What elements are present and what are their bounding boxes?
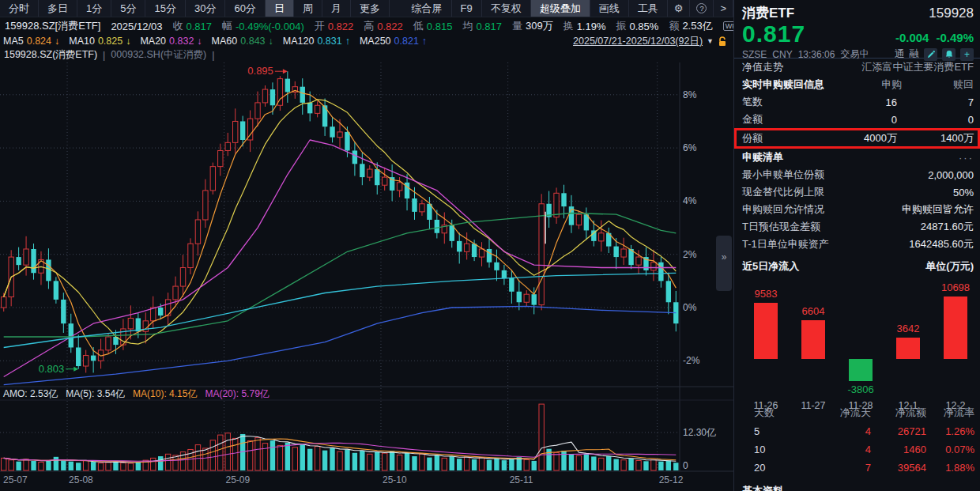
flow-bar bbox=[944, 296, 967, 359]
alert-bell-icon[interactable] bbox=[942, 48, 956, 61]
tab-多日[interactable]: 多日 bbox=[39, 0, 77, 17]
quote-value: 159928.SZ[消费ETF] bbox=[5, 19, 100, 33]
date-range-label[interactable]: 2025/07/21-2025/12/03(92日) bbox=[573, 35, 703, 48]
legend-primary-symbol[interactable]: 159928.SZ(消费ETF) bbox=[4, 48, 97, 62]
quote-振: 振0.85% bbox=[616, 19, 659, 33]
quote-value: -0.49%(-0.004) bbox=[236, 21, 304, 32]
tab-60分[interactable]: 60分 bbox=[225, 0, 265, 17]
flow-table-cell: 20 bbox=[734, 462, 801, 474]
flow-table-cell: 7 bbox=[801, 462, 871, 474]
ma-label: MA10 bbox=[69, 36, 95, 47]
tab-5分[interactable]: 5分 bbox=[111, 0, 145, 17]
row-label: 笔数 bbox=[742, 95, 814, 109]
chevron-right-icon[interactable]: > bbox=[714, 0, 733, 17]
candlestick-chart[interactable]: 8%6%4%2%0%-2%12.30亿00.8950.803 AMO: 2.53… bbox=[0, 62, 735, 491]
x-axis-month-label: 25-07 bbox=[3, 474, 28, 485]
list-row-0: 最小申赎单位份额2,000,000 bbox=[734, 166, 980, 183]
unlock-icon[interactable] bbox=[718, 36, 727, 47]
add-to-watchlist-icon[interactable]: + bbox=[960, 48, 974, 61]
flow-table-header: 天数净流天净流额净流率 bbox=[734, 403, 980, 422]
trading-terminal: 分时多日1分5分15分30分60分日周月更多 综合屏F9不复权超级叠加画线工具⚙… bbox=[0, 0, 980, 491]
chart-legend: 159928.SZ(消费ETF) | 000932.SH(中证消费) | bbox=[0, 48, 733, 62]
flow-table-cell: 10 bbox=[734, 444, 801, 455]
volume-indicator-header: AMO: 2.53亿 MA(5): 3.54亿 MA(10): 4.15亿 MA… bbox=[3, 387, 270, 401]
quote-低: 低0.815 bbox=[413, 19, 453, 33]
subscribe-redeem-list-header[interactable]: 申赎清单 ··· bbox=[734, 149, 980, 166]
tag-rong: 融 bbox=[910, 47, 920, 61]
menu-工具[interactable]: 工具 bbox=[629, 0, 668, 17]
tab-日[interactable]: 日 bbox=[266, 0, 294, 17]
flow-table-cell: 26721 bbox=[871, 425, 926, 437]
quote-label: 量 bbox=[512, 19, 522, 33]
row-value: 24871.60元 bbox=[921, 220, 974, 234]
top-toolbar: 分时多日1分5分15分30分60分日周月更多 综合屏F9不复权超级叠加画线工具⚙… bbox=[0, 0, 733, 17]
row-value: 1642485.60元 bbox=[909, 237, 974, 251]
net-inflow-table: 天数净流天净流额净流率54267211.26%10414600.07%20739… bbox=[734, 403, 980, 477]
tab-30分[interactable]: 30分 bbox=[186, 0, 225, 17]
edit-pencil-icon[interactable] bbox=[924, 48, 937, 61]
gear-icon[interactable]: ⚙ bbox=[668, 0, 691, 17]
exchange-label: SZSE bbox=[742, 49, 767, 60]
row-label: 申购赎回允许情况 bbox=[742, 202, 902, 217]
date-range-selector[interactable]: 2025/07/21-2025/12/03(92日) ▼ bbox=[573, 35, 733, 48]
nav-trend-label[interactable]: 净值走势 bbox=[742, 60, 861, 74]
quote-label: 开 bbox=[315, 19, 325, 33]
chevron-down-icon[interactable]: ▼ bbox=[707, 37, 714, 45]
ma-direction-arrow: ↓ bbox=[55, 36, 59, 47]
ma-label: MA60 bbox=[212, 36, 238, 47]
y-axis-tick: 0% bbox=[683, 302, 697, 313]
chart-canvas[interactable]: 8%6%4%2%0%-2%12.30亿00.8950.803 bbox=[0, 62, 735, 491]
quote-label: 高 bbox=[364, 19, 374, 33]
next-section-title-clipped[interactable]: 基本资料 bbox=[742, 484, 783, 491]
subscribe-value: 0 bbox=[814, 114, 897, 126]
net-inflow-bar-chart: 958311-26660411-27-380611-28364212-11069… bbox=[734, 275, 980, 414]
legend-overlay-symbol[interactable]: 000932.SH(中证消费) bbox=[111, 48, 206, 62]
list-row-1: 现金替代比例上限50% bbox=[734, 183, 980, 201]
tab-1分[interactable]: 1分 bbox=[77, 0, 111, 17]
flow-table-cell: 39564 bbox=[871, 462, 926, 474]
menu-画线[interactable]: 画线 bbox=[590, 0, 629, 17]
flow-table-row: 54267211.26% bbox=[734, 422, 980, 440]
flow-table-col-header: 净流天 bbox=[801, 406, 871, 420]
quote-label: 低 bbox=[413, 19, 424, 33]
double-chevron-right-icon[interactable]: » bbox=[722, 251, 727, 262]
row-label: 现金替代比例上限 bbox=[742, 185, 953, 199]
y-axis-tick: 6% bbox=[683, 142, 697, 153]
panel-collapse-handle[interactable]: » bbox=[716, 236, 732, 291]
row-value: 2,000,000 bbox=[928, 169, 974, 181]
legend-separator-2: | bbox=[212, 50, 214, 61]
ma-number: 0.821 bbox=[394, 36, 419, 47]
menu-超级叠加[interactable]: 超级叠加 bbox=[531, 0, 590, 17]
redeem-col-header: 赎回 bbox=[902, 77, 974, 92]
menu-不复权[interactable]: 不复权 bbox=[482, 0, 531, 17]
menu-F9[interactable]: F9 bbox=[452, 0, 482, 17]
volume-ma10-value: MA(10): 4.15亿 bbox=[133, 387, 197, 401]
tab-周[interactable]: 周 bbox=[294, 0, 322, 17]
price-annotation: 0.895 bbox=[247, 65, 273, 77]
tab-更多[interactable]: 更多 bbox=[351, 0, 390, 17]
tag-tong: 通 bbox=[895, 47, 905, 61]
ma-number: 0.832 bbox=[169, 36, 194, 47]
stock-info-panel: 消费ETF 159928 0.817 -0.004 -0.49% SZSE CN… bbox=[733, 0, 980, 491]
tool-menu: 综合屏F9不复权超级叠加画线工具⚙?> bbox=[403, 0, 733, 17]
redeem-value: 0 bbox=[897, 114, 974, 126]
quote-label: 幅 bbox=[222, 19, 232, 33]
volume-ma20-value: MA(20): 5.79亿 bbox=[205, 387, 269, 401]
net-inflow-header: 近5日净流入 单位(万元) bbox=[734, 258, 980, 275]
tab-15分[interactable]: 15分 bbox=[145, 0, 185, 17]
realtime-row-份额: 份额4000万1400万 bbox=[734, 128, 980, 149]
ma-number: 0.824 bbox=[27, 36, 51, 47]
more-menu-icon[interactable]: ··· bbox=[959, 152, 974, 164]
svg-text:0: 0 bbox=[683, 460, 688, 471]
help-icon[interactable]: ? bbox=[690, 0, 714, 17]
quote-value: 1.19% bbox=[577, 21, 606, 32]
menu-综合屏[interactable]: 综合屏 bbox=[403, 0, 452, 17]
y-axis-tick: 8% bbox=[683, 89, 697, 100]
quote-换: 换1.19% bbox=[564, 19, 606, 33]
stock-name: 消费ETF bbox=[742, 4, 794, 22]
quote-量: 量309万 bbox=[512, 19, 553, 33]
tab-月[interactable]: 月 bbox=[322, 0, 351, 17]
tab-分时[interactable]: 分时 bbox=[0, 0, 39, 17]
nav-trend-row[interactable]: 净值走势 汇添富中证主要消费ETF bbox=[734, 59, 980, 76]
quote-额: 额2.53亿 bbox=[669, 19, 712, 33]
